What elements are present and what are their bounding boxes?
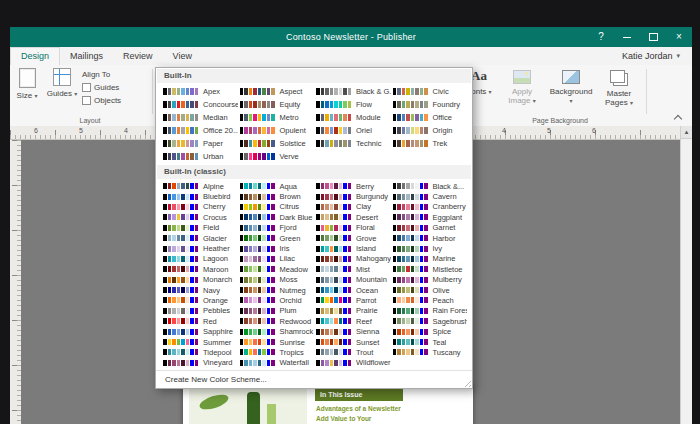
color-scheme-burgundy[interactable]: Burgundy (314, 191, 391, 201)
color-scheme-pebbles[interactable]: Pebbles (161, 306, 238, 316)
color-scheme-flow[interactable]: Flow (314, 98, 391, 111)
color-scheme-navy[interactable]: Navy (161, 285, 238, 295)
master-pages-button[interactable]: Master Pages ▾ (598, 68, 640, 118)
color-scheme-mistletoe[interactable]: Mistletoe (391, 264, 468, 274)
scroll-up-icon[interactable]: ▴ (681, 126, 692, 139)
color-scheme-sunset[interactable]: Sunset (314, 337, 391, 347)
color-scheme-maroon[interactable]: Maroon (161, 264, 238, 274)
color-scheme-urban[interactable]: Urban (161, 150, 238, 163)
color-scheme-moss[interactable]: Moss (238, 275, 315, 285)
color-scheme-ivy[interactable]: Ivy (391, 243, 468, 253)
color-scheme-equity[interactable]: Equity (238, 98, 315, 111)
color-scheme-grove[interactable]: Grove (314, 233, 391, 243)
color-scheme-trout[interactable]: Trout (314, 347, 391, 357)
color-scheme-red[interactable]: Red (161, 316, 238, 326)
user-account[interactable]: Katie Jordan ▾ (622, 47, 692, 65)
color-scheme-berry[interactable]: Berry (314, 181, 391, 191)
color-scheme-wildflower[interactable]: Wildflower (314, 358, 391, 368)
color-scheme-mist[interactable]: Mist (314, 264, 391, 274)
color-scheme-apex[interactable]: Apex (161, 85, 238, 98)
color-scheme-iris[interactable]: Iris (238, 243, 315, 253)
color-scheme-cranberry[interactable]: Cranberry (391, 202, 468, 212)
vertical-scrollbar[interactable]: ▴ (680, 126, 692, 424)
apply-image-button[interactable]: Apply Image ▾ (502, 68, 542, 118)
color-scheme-sagebrush[interactable]: Sagebrush (391, 316, 468, 326)
color-scheme-garnet[interactable]: Garnet (391, 223, 468, 233)
color-scheme-black[interactable]: Black &... (391, 181, 468, 191)
close-icon[interactable]: × (666, 27, 692, 47)
color-scheme-parrot[interactable]: Parrot (314, 295, 391, 305)
color-scheme-citrus[interactable]: Citrus (238, 202, 315, 212)
color-scheme-tuscany[interactable]: Tuscany (391, 347, 468, 357)
tab-view[interactable]: View (163, 47, 202, 65)
color-scheme-monarch[interactable]: Monarch (161, 275, 238, 285)
color-scheme-solstice[interactable]: Solstice (238, 137, 315, 150)
color-scheme-bluebird[interactable]: Bluebird (161, 191, 238, 201)
color-scheme-waterfall[interactable]: Waterfall (238, 358, 315, 368)
color-scheme-redwood[interactable]: Redwood (238, 316, 315, 326)
size-button[interactable]: Size ▾ (12, 68, 42, 118)
color-scheme-trek[interactable]: Trek (391, 137, 468, 150)
color-scheme-nutmeg[interactable]: Nutmeg (238, 285, 315, 295)
color-scheme-aspect[interactable]: Aspect (238, 85, 315, 98)
tab-review[interactable]: Review (113, 47, 163, 65)
collapse-ribbon-button[interactable] (672, 112, 684, 122)
align-objects-checkbox[interactable]: Objects (82, 96, 121, 105)
color-scheme-reef[interactable]: Reef (314, 316, 391, 326)
color-scheme-rain-forest[interactable]: Rain Forest (391, 306, 468, 316)
color-scheme-orange[interactable]: Orange (161, 295, 238, 305)
color-scheme-technic[interactable]: Technic (314, 137, 391, 150)
color-scheme-ocean[interactable]: Ocean (314, 285, 391, 295)
color-scheme-civic[interactable]: Civic (391, 85, 468, 98)
color-scheme-paper[interactable]: Paper (161, 137, 238, 150)
publication-page[interactable]: In This Issue Advantages of a Newsletter… (183, 385, 473, 424)
background-button[interactable]: Background ▾ (548, 68, 594, 118)
color-scheme-metro[interactable]: Metro (238, 111, 315, 124)
color-scheme-eggplant[interactable]: Eggplant (391, 212, 468, 222)
color-scheme-teal[interactable]: Teal (391, 337, 468, 347)
create-new-color-scheme[interactable]: Create New Color Scheme... (156, 370, 472, 388)
color-scheme-median[interactable]: Median (161, 111, 238, 124)
color-scheme-crocus[interactable]: Crocus (161, 212, 238, 222)
color-scheme-clay[interactable]: Clay (314, 202, 391, 212)
color-scheme-desert[interactable]: Desert (314, 212, 391, 222)
color-scheme-black-g[interactable]: Black & G... (314, 85, 391, 98)
color-scheme-tropics[interactable]: Tropics (238, 347, 315, 357)
color-scheme-floral[interactable]: Floral (314, 223, 391, 233)
color-scheme-summer[interactable]: Summer (161, 337, 238, 347)
color-scheme-alpine[interactable]: Alpine (161, 181, 238, 191)
color-scheme-vineyard[interactable]: Vineyard (161, 358, 238, 368)
maximize-icon[interactable] (640, 27, 666, 47)
color-scheme-brown[interactable]: Brown (238, 191, 315, 201)
color-scheme-sapphire[interactable]: Sapphire (161, 326, 238, 336)
color-scheme-heather[interactable]: Heather (161, 243, 238, 253)
minimize-icon[interactable] (614, 27, 640, 47)
color-scheme-orchid[interactable]: Orchid (238, 295, 315, 305)
color-scheme-field[interactable]: Field (161, 223, 238, 233)
color-scheme-prairie[interactable]: Prairie (314, 306, 391, 316)
color-scheme-harbor[interactable]: Harbor (391, 233, 468, 243)
color-scheme-island[interactable]: Island (314, 243, 391, 253)
color-scheme-aqua[interactable]: Aqua (238, 181, 315, 191)
color-scheme-concourse[interactable]: Concourse (161, 98, 238, 111)
color-scheme-foundry[interactable]: Foundry (391, 98, 468, 111)
color-scheme-sunrise[interactable]: Sunrise (238, 337, 315, 347)
color-scheme-mulberry[interactable]: Mulberry (391, 275, 468, 285)
color-scheme-olive[interactable]: Olive (391, 285, 468, 295)
color-scheme-origin[interactable]: Origin (391, 124, 468, 137)
color-scheme-lilac[interactable]: Lilac (238, 254, 315, 264)
color-scheme-marine[interactable]: Marine (391, 254, 468, 264)
color-scheme-verve[interactable]: Verve (238, 150, 315, 163)
color-scheme-opulent[interactable]: Opulent (238, 124, 315, 137)
color-scheme-office[interactable]: Office (391, 111, 468, 124)
color-scheme-dark-blue[interactable]: Dark Blue (238, 212, 315, 222)
color-scheme-meadow[interactable]: Meadow (238, 264, 315, 274)
color-scheme-mountain[interactable]: Mountain (314, 275, 391, 285)
color-scheme-oriel[interactable]: Oriel (314, 124, 391, 137)
color-scheme-plum[interactable]: Plum (238, 306, 315, 316)
align-guides-checkbox[interactable]: Guides (82, 83, 121, 92)
color-scheme-peach[interactable]: Peach (391, 295, 468, 305)
color-scheme-office-20[interactable]: Office 20... (161, 124, 238, 137)
color-scheme-lagoon[interactable]: Lagoon (161, 254, 238, 264)
color-scheme-tidepool[interactable]: Tidepool (161, 347, 238, 357)
